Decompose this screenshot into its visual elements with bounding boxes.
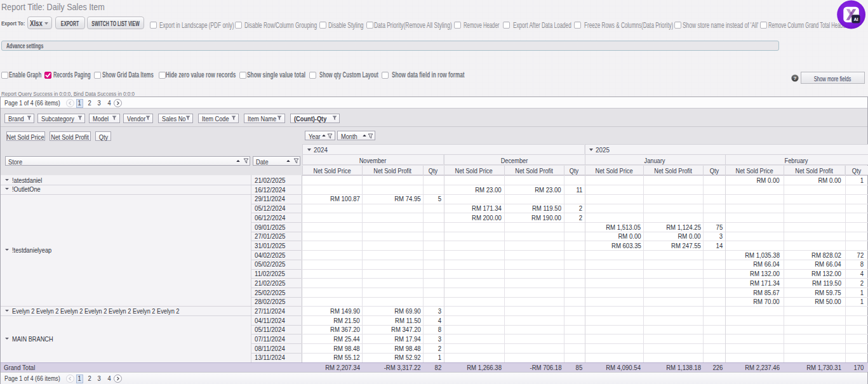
svg-text:AI: AI	[853, 17, 858, 22]
svg-text:?: ?	[793, 76, 796, 81]
